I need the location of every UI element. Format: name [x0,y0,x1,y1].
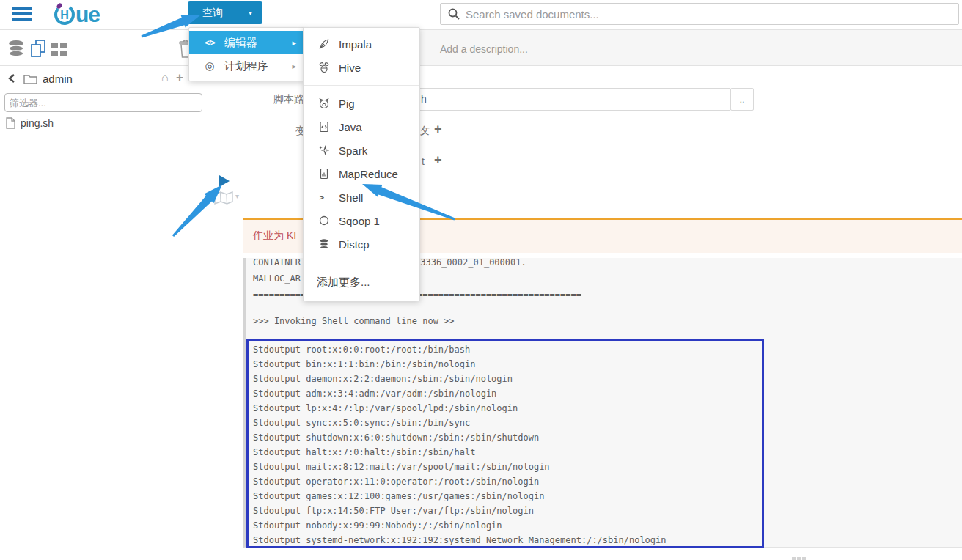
hue-logo[interactable]: H ue [53,1,133,26]
shell-prompt-icon: >_ [317,193,331,202]
search-input[interactable] [440,3,959,25]
submenu-item-mapreduce[interactable]: MapReduce [304,162,419,185]
database-assist-icon[interactable] [7,40,25,58]
filter-field [4,93,202,112]
stdout-line: Stdoutput halt:x:7:0:halt:/sbin:/sbin/ha… [253,445,667,460]
mapreduce-file-icon [317,168,331,180]
stdout-line: Stdoutput daemon:x:2:2:daemon:/sbin:/sbi… [253,372,667,386]
hamburger-menu-icon[interactable] [12,7,32,21]
code-icon: </> [202,38,217,47]
file-name: ping.sh [21,117,54,129]
add-variable-button[interactable]: + [434,122,442,137]
chevron-right-icon: ▸ [292,62,296,71]
submenu-item-hive[interactable]: Hive [304,56,419,79]
stdout-line: Stdoutput operator:x:11:0:operator:/root… [253,474,667,489]
band-border [0,65,962,66]
hue-app: H ue 查询 ▾ Add a description... [0,0,962,560]
description-placeholder[interactable]: Add a description... [440,43,528,55]
search-bar [440,3,959,25]
editor-submenu: Impala Hive [303,27,420,301]
stdout-line: Stdoutput shutdown:x:6:0:shutdown:/sbin:… [253,430,667,445]
sqoop-circle-icon [317,215,331,226]
menu-item-editor[interactable]: </> 编辑器 ▸ [189,31,304,54]
submenu-item-shell[interactable]: >_ Shell [304,185,419,209]
search-icon [448,8,460,20]
environment-label-fragment: t [422,155,425,167]
folder-icon [23,73,37,84]
warning-message: 作业为 KI [253,229,296,243]
query-button-label: 查询 [188,7,238,20]
stdout-line: Stdoutput lp:x:4:7:lp:/var/spool/lpd:/sb… [253,401,667,416]
submenu-add-more[interactable]: 添加更多... [304,268,419,296]
submenu-item-sqoop[interactable]: Sqoop 1 [304,209,419,232]
add-environment-button[interactable]: + [434,152,442,168]
spark-star-icon [317,144,331,156]
distcp-database-icon [317,238,331,250]
query-button[interactable]: 查询 ▾ [188,1,262,24]
submenu-item-label: Shell [339,191,363,204]
impala-feather-icon [317,38,331,50]
breadcrumb[interactable]: admin [43,73,73,85]
stdout-line: Stdoutput sync:x:5:0:sync:/sbin:/bin/syn… [253,416,667,430]
submenu-item-distcp[interactable]: Distcp [304,232,419,256]
submenu-item-label: Distcp [339,238,370,251]
back-chevron-icon[interactable] [7,73,16,84]
svg-text:H: H [60,9,69,21]
stdout-line: Stdoutput mail:x:8:12:mail:/var/spool/ma… [253,460,667,474]
stdout-line: Stdoutput bin:x:1:1:bin:/bin:/sbin/nolog… [253,357,667,372]
apps-grid-icon[interactable] [51,43,67,57]
menu-item-scheduler[interactable]: ◎ 计划程序 ▸ [189,54,304,78]
script-path-value: h [421,93,427,105]
execute-play-button[interactable] [219,175,230,187]
hive-bee-icon [317,62,331,73]
stdout-line: Stdoutput games:x:12:100:games:/usr/game… [253,489,667,504]
stdout-line: Stdoutput ftp:x:14:50:FTP User:/var/ftp:… [253,504,667,518]
submenu-item-spark[interactable]: Spark [304,139,419,162]
add-icon[interactable]: + [176,70,183,85]
menu-separator [304,262,419,262]
resize-handle[interactable] [792,550,806,560]
menu-item-label: 编辑器 [224,36,257,50]
submenu-item-label: Pig [339,97,355,110]
file-browse-button[interactable]: .. [730,88,754,111]
stdout-line: Stdoutput nobody:x:99:99:Nobody:/:/sbin/… [253,518,667,533]
menu-separator [304,85,419,86]
scheduler-icon: ◎ [202,59,217,73]
submenu-item-pig[interactable]: Pig [304,92,419,115]
chevron-down-icon[interactable]: ▾ [238,9,262,17]
filter-input[interactable] [4,93,202,112]
map-overview-icon[interactable] [214,191,233,205]
chevron-right-icon: ▸ [292,38,296,48]
log-line-container-id-left: CONTAINER [253,257,301,268]
variables-label-fragment-tail: 攵 [419,125,430,138]
list-item[interactable]: ping.sh [6,117,54,129]
pig-icon [317,97,331,109]
sidebar-border [208,30,208,560]
home-icon[interactable]: ⌂ [161,71,169,84]
sidebar-divider [0,89,208,89]
log-invoke-line: >>> Invoking Shell command line now >> [253,316,455,326]
submenu-item-java[interactable]: Java [304,115,419,139]
java-file-icon [317,121,331,133]
svg-text:ue: ue [76,2,100,26]
chevron-down-icon[interactable]: ▾ [235,192,239,200]
stdout-line: Stdoutput root:x:0:0:root:/root:/bin/bas… [253,342,667,357]
script-path-label: 脚本路 [273,93,304,106]
stdout-line: Stdoutput systemd-network:x:192:192:syst… [253,533,667,548]
log-line-container-id-right: 73336_0002_01_000001. [415,257,526,268]
submenu-item-label: MapReduce [339,168,398,180]
submenu-item-impala[interactable]: Impala [304,32,419,56]
menu-item-label: 计划程序 [224,59,268,73]
submenu-item-label: Java [339,121,362,133]
submenu-item-label: Hive [339,62,361,74]
stdout-list: Stdoutput root:x:0:0:root:/root:/bin/bas… [253,342,667,548]
query-dropdown-menu: </> 编辑器 ▸ ◎ 计划程序 ▸ [188,27,304,81]
documents-assist-icon[interactable] [29,39,47,58]
log-line-malloc: MALLOC_AR [253,273,301,284]
stdout-line: Stdoutput adm:x:3:4:adm:/var/adm:/sbin/n… [253,386,667,401]
submenu-item-label: Spark [339,144,367,157]
submenu-item-label: Impala [339,38,372,51]
submenu-item-label: Sqoop 1 [339,215,380,227]
document-icon [6,117,15,129]
